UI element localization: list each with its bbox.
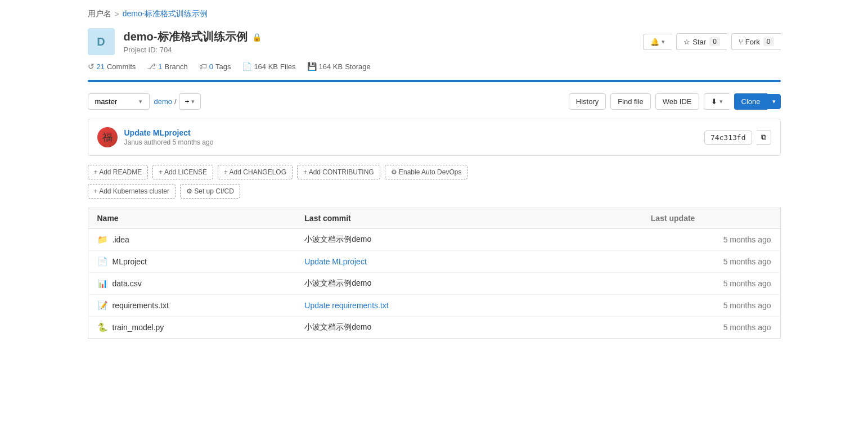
- branch-icon: ⎇: [147, 62, 156, 71]
- commits-count[interactable]: 21: [97, 62, 105, 71]
- file-table-body: 📁 .idea 小波文档示例demo 5 months ago 📄 MLproj…: [88, 229, 780, 339]
- file-name-1: 📄 MLproject: [97, 256, 287, 267]
- quick-actions: + Add README + Add LICENSE + Add CHANGEL…: [88, 165, 781, 179]
- copy-icon: ⧉: [761, 133, 766, 141]
- commit-link-1[interactable]: Update MLproject: [304, 257, 367, 266]
- setup-cicd-button[interactable]: ⚙ Set up CI/CD: [180, 184, 240, 199]
- file-name-4: 🐍 train_model.py: [97, 322, 287, 332]
- add-readme-button[interactable]: + Add README: [88, 165, 149, 179]
- fork-button[interactable]: ⑂ Fork 0: [731, 33, 781, 50]
- file-icon-1: 📄: [97, 256, 108, 267]
- tag-icon: 🏷: [199, 62, 207, 71]
- file-link-0[interactable]: .idea: [113, 235, 129, 244]
- star-button[interactable]: ☆ Star 0: [676, 33, 727, 50]
- download-icon: ⬇: [711, 97, 717, 106]
- commit-avatar: 福: [97, 127, 118, 147]
- project-title: demo-标准格式训练示例 🔒: [124, 29, 262, 44]
- clone-btn-group: Clone ▾: [734, 93, 781, 110]
- file-update-4: 5 months ago: [642, 317, 780, 339]
- file-commit-3: Update requirements.txt: [295, 295, 642, 317]
- add-kubernetes-label: + Add Kubernetes cluster: [94, 187, 169, 195]
- add-kubernetes-button[interactable]: + Add Kubernetes cluster: [88, 184, 176, 199]
- col-name-header: Name: [88, 208, 295, 229]
- notification-btn-group: 🔔 ▾: [643, 34, 672, 50]
- breadcrumb-username[interactable]: 用户名: [88, 9, 111, 19]
- project-avatar: D: [88, 28, 115, 55]
- tag-count[interactable]: 0: [209, 62, 213, 71]
- file-commit-4: 小波文档示例demo: [295, 317, 642, 339]
- branch-count[interactable]: 1: [158, 62, 162, 71]
- path-root-link[interactable]: demo: [154, 97, 173, 106]
- file-name-3: 📝 requirements.txt: [97, 300, 287, 310]
- table-row: 📝 requirements.txt Update requirements.t…: [88, 295, 780, 317]
- web-ide-button[interactable]: Web IDE: [655, 93, 699, 110]
- commit-meta: Janus authored 5 months ago: [124, 138, 214, 146]
- commit-message[interactable]: Update MLproject: [124, 128, 214, 137]
- add-license-button[interactable]: + Add LICENSE: [152, 165, 213, 179]
- project-info: demo-标准格式训练示例 🔒 Project ID: 704: [124, 29, 262, 54]
- breadcrumb-separator: >: [115, 10, 119, 19]
- project-title-text: demo-标准格式训练示例: [124, 29, 248, 44]
- col-commit-header: Last commit: [295, 208, 642, 229]
- history-button[interactable]: History: [569, 93, 606, 110]
- enable-devops-button[interactable]: ⚙ Enable Auto DevOps: [385, 165, 468, 179]
- table-row: 🐍 train_model.py 小波文档示例demo 5 months ago: [88, 317, 780, 339]
- file-commit-0: 小波文档示例demo: [295, 229, 642, 251]
- commit-details: Update MLproject Janus authored 5 months…: [124, 128, 214, 146]
- commit-time: 5 months ago: [173, 138, 214, 146]
- commit-left: 福 Update MLproject Janus authored 5 mont…: [97, 127, 214, 147]
- file-link-1[interactable]: MLproject: [113, 257, 147, 266]
- header-actions: 🔔 ▾ ☆ Star 0 ⑂ Fork 0: [643, 33, 780, 50]
- files-stat: 📄 164 KB Files: [242, 62, 295, 71]
- commit-authored: authored: [144, 138, 170, 146]
- add-changelog-label: + Add CHANGELOG: [224, 168, 286, 176]
- file-icon-2: 📊: [97, 278, 108, 289]
- toolbar-left: master ▾ demo / + ▾: [88, 93, 201, 110]
- branch-stat: ⎇ 1 Branch: [147, 62, 187, 71]
- branch-selector[interactable]: master ▾: [88, 93, 150, 110]
- copy-hash-button[interactable]: ⧉: [757, 130, 771, 145]
- fork-label: Fork: [745, 38, 760, 46]
- commit-link-3[interactable]: Update requirements.txt: [304, 301, 388, 310]
- file-icon-4: 🐍: [97, 322, 108, 332]
- breadcrumb-repo[interactable]: demo-标准格式训练示例: [123, 9, 208, 19]
- fork-icon: ⑂: [739, 38, 743, 46]
- commit-right: 74c313fd ⧉: [704, 130, 771, 145]
- file-link-3[interactable]: requirements.txt: [113, 301, 169, 310]
- star-icon: ☆: [683, 38, 690, 46]
- add-contributing-button[interactable]: + Add CONTRIBUTING: [297, 165, 380, 179]
- commit-text-0: 小波文档示例demo: [304, 235, 371, 244]
- fork-count: 0: [763, 37, 774, 46]
- clone-caret-button[interactable]: ▾: [767, 94, 781, 109]
- files-icon: 📄: [242, 62, 251, 71]
- commit-info: 福 Update MLproject Janus authored 5 mont…: [88, 119, 781, 156]
- col-update-header: Last update: [642, 208, 780, 229]
- commit-avatar-symbol: 福: [102, 130, 113, 144]
- project-header-left: D demo-标准格式训练示例 🔒 Project ID: 704: [88, 28, 262, 55]
- find-file-button[interactable]: Find file: [610, 93, 651, 110]
- commit-hash[interactable]: 74c313fd: [704, 130, 752, 145]
- fork-btn-group: ⑂ Fork 0: [731, 33, 781, 50]
- add-license-label: + Add LICENSE: [159, 168, 207, 176]
- storage-size: 164 KB: [319, 62, 343, 71]
- path-nav: demo / + ▾: [154, 93, 201, 110]
- bell-icon: 🔔: [650, 38, 659, 46]
- progress-bar: [88, 80, 781, 82]
- notification-button[interactable]: 🔔 ▾: [643, 34, 672, 50]
- clone-button[interactable]: Clone: [734, 93, 767, 110]
- download-button[interactable]: ⬇ ▾: [704, 93, 730, 110]
- commits-label: Commits: [107, 62, 136, 71]
- add-file-button[interactable]: + ▾: [179, 93, 201, 110]
- storage-icon: 💾: [307, 62, 317, 71]
- path-separator: /: [174, 97, 177, 106]
- file-icon-0: 📁: [97, 235, 108, 245]
- file-table: Name Last commit Last update 📁 .idea 小波文…: [88, 208, 781, 339]
- project-id: Project ID: 704: [124, 46, 262, 54]
- table-row: 📊 data.csv 小波文档示例demo 5 months ago: [88, 273, 780, 295]
- file-link-2[interactable]: data.csv: [113, 279, 142, 288]
- add-changelog-button[interactable]: + Add CHANGELOG: [218, 165, 293, 179]
- file-link-4[interactable]: train_model.py: [113, 323, 164, 332]
- files-size: 164 KB: [254, 62, 278, 71]
- commit-text-4: 小波文档示例demo: [304, 322, 371, 331]
- project-header: D demo-标准格式训练示例 🔒 Project ID: 704 🔔 ▾: [88, 28, 781, 55]
